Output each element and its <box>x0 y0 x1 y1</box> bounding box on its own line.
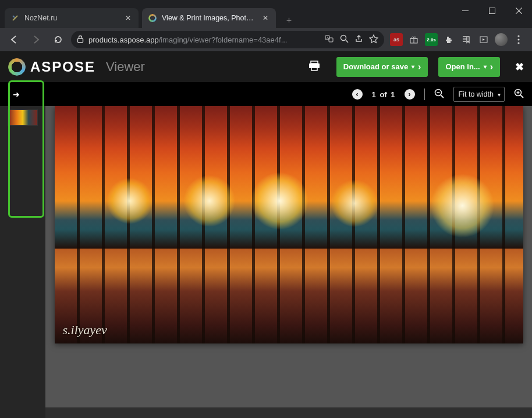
aspose-favicon <box>148 13 157 23</box>
extension-gift[interactable] <box>407 33 420 46</box>
button-label: Open in... <box>445 62 480 71</box>
url-text: products.aspose.app/imaging/viewer?folde… <box>88 36 320 44</box>
window-close-button[interactable] <box>505 0 532 21</box>
next-page-button[interactable]: › <box>405 89 415 100</box>
minus-icon: ‹ <box>356 90 359 98</box>
zoom-out-icon <box>434 88 444 98</box>
arrow-right-icon <box>31 35 41 44</box>
zoom-icon[interactable] <box>340 34 349 45</box>
tab-title: View & Print Images, Photos or P <box>162 14 256 22</box>
image-canvas: s.ilyayev <box>55 106 523 343</box>
thumbnail-sidebar <box>0 106 45 418</box>
browser-tab-noznet[interactable]: NozNet.ru ✕ <box>5 8 139 28</box>
translate-icon[interactable]: A <box>325 34 334 45</box>
zoom-out-button[interactable] <box>434 88 444 100</box>
svg-text:A: A <box>327 36 329 40</box>
nav-reload-button[interactable] <box>49 30 68 49</box>
open-in-button[interactable]: Open in... ▾ › <box>438 57 500 77</box>
svg-point-9 <box>517 35 519 37</box>
browser-menu-button[interactable] <box>512 33 525 46</box>
zoom-in-button[interactable] <box>514 88 524 100</box>
chevron-right-icon: › <box>418 62 421 72</box>
maximize-icon <box>489 8 495 14</box>
nav-back-button[interactable] <box>5 30 23 49</box>
prev-page-button[interactable]: ‹ <box>352 89 363 100</box>
download-save-button[interactable]: Download or save ▾ › <box>336 57 428 77</box>
section-label: Viewer <box>106 59 145 75</box>
print-button[interactable] <box>308 61 320 73</box>
new-tab-button[interactable]: ＋ <box>281 12 297 28</box>
svg-rect-13 <box>309 63 320 68</box>
reload-icon <box>54 35 63 44</box>
lock-icon <box>77 35 84 45</box>
star-icon[interactable] <box>369 34 378 45</box>
minimize-icon <box>462 10 469 11</box>
artist-signature: s.ilyayev <box>63 323 107 338</box>
window-maximize-button[interactable] <box>478 0 505 21</box>
app-close-button[interactable]: ✖ <box>515 61 524 73</box>
svg-rect-1 <box>489 8 495 13</box>
caret-down-icon: ▾ <box>484 63 487 70</box>
extension-badge[interactable]: 2.0s <box>425 33 438 46</box>
svg-point-11 <box>517 42 519 44</box>
plus-icon: › <box>409 90 411 98</box>
extension-lastfm[interactable]: as <box>390 33 403 46</box>
close-icon <box>516 8 522 14</box>
chevron-right-icon: › <box>490 62 493 72</box>
viewer-body: s.ilyayev <box>0 106 532 418</box>
wrench-icon <box>10 13 20 23</box>
address-bar[interactable]: products.aspose.app/imaging/viewer?folde… <box>71 31 384 48</box>
painting-image <box>55 106 523 343</box>
aspose-ring-icon <box>8 58 26 76</box>
profile-avatar[interactable] <box>495 33 508 46</box>
arrow-right-icon: ➜ <box>13 90 20 99</box>
caret-down-icon: ▾ <box>412 63 414 70</box>
browser-tab-aspose[interactable]: View & Print Images, Photos or P ✕ <box>142 8 276 28</box>
print-icon <box>308 61 320 71</box>
svg-rect-0 <box>462 10 469 11</box>
zoom-in-icon <box>514 88 524 98</box>
zoom-mode-select[interactable]: Fit to width <box>453 87 505 102</box>
divider <box>424 88 425 100</box>
tab-title: NozNet.ru <box>24 14 119 22</box>
share-icon[interactable] <box>354 34 363 45</box>
viewer-toolbar: ➜ ‹ 1 of 1 › Fit to width <box>0 83 532 106</box>
app-header: ASPOSE Viewer Download or save ▾ › Open … <box>0 51 532 83</box>
reading-list-icon[interactable] <box>460 33 473 46</box>
extensions-menu[interactable] <box>442 33 455 46</box>
brand-text: ASPOSE <box>30 59 95 75</box>
extension-area: as 2.0s <box>388 33 527 46</box>
window-minimize-button[interactable] <box>452 0 478 21</box>
sidebar-toggle-button[interactable]: ➜ <box>8 88 24 100</box>
svg-rect-12 <box>311 61 318 63</box>
thumbnail-1[interactable] <box>8 109 38 126</box>
nav-forward-button[interactable] <box>27 30 45 49</box>
page-content: ASPOSE Viewer Download or save ▾ › Open … <box>0 51 532 418</box>
arrow-left-icon <box>9 35 19 44</box>
zoom-mode-label: Fit to width <box>459 90 494 98</box>
page-indicator: 1 of 1 <box>372 90 395 99</box>
aspose-logo[interactable]: ASPOSE <box>8 58 95 76</box>
browser-toolbar: products.aspose.app/imaging/viewer?folde… <box>0 28 532 51</box>
svg-point-6 <box>341 36 346 41</box>
svg-rect-2 <box>78 38 83 42</box>
horizontal-scrollbar[interactable] <box>45 408 532 418</box>
tab-close-button[interactable]: ✕ <box>261 13 270 23</box>
button-label: Download or save <box>343 62 408 71</box>
canvas-area[interactable]: s.ilyayev <box>45 106 532 418</box>
media-icon[interactable] <box>477 33 490 46</box>
svg-point-10 <box>517 38 519 40</box>
tab-close-button[interactable]: ✕ <box>123 13 133 23</box>
